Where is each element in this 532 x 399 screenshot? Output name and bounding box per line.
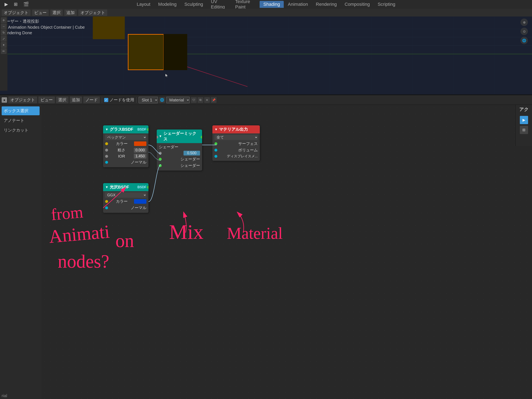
glass-color-row: カラー (105, 141, 146, 146)
viewport-3d[interactable]: ▶ ⊞ 🎬 Layout Modeling Sculpting UV Editi… (0, 0, 532, 95)
matout-all-select[interactable]: 全て (215, 135, 258, 140)
tab-animation[interactable]: Animation (284, 1, 312, 8)
mix-shader-body: シェーダー 0.500 シェーダー シェーダー (157, 143, 202, 171)
cube-selected (128, 34, 164, 70)
tab-layout[interactable]: Layout (133, 1, 154, 8)
zoom-icon[interactable]: ⊙ (520, 28, 528, 35)
glossy-color-swatch[interactable] (134, 199, 146, 204)
glossy-distribution-select[interactable]: GGX (105, 192, 146, 198)
glossy-normal-socket[interactable] (105, 206, 108, 209)
view-menu[interactable]: ビュー (32, 9, 49, 16)
ne-view-btn[interactable]: ビュー (38, 96, 55, 103)
close-icon[interactable]: ✕ (204, 97, 210, 103)
menu-icon-3[interactable]: 🎬 (21, 1, 31, 7)
node-glass-bsdf[interactable]: ▼ グラスBSDF BSDF ベックマン カラー (103, 125, 148, 167)
tab-rendering[interactable]: Rendering (312, 1, 341, 8)
camera-icon[interactable]: 🌐 (520, 37, 528, 44)
glass-color-socket[interactable] (105, 142, 108, 145)
tab-sculpting[interactable]: Sculpting (181, 1, 207, 8)
glossy-subtitle: BSDF (137, 185, 146, 189)
mode-dropdown[interactable]: オブジェクト (2, 9, 31, 16)
mix-collapse-icon[interactable]: ▼ (159, 134, 162, 138)
material-icons: 🛡 ⧉ ✕ 📌 (191, 97, 216, 103)
lt-annotate[interactable]: ✏ (1, 48, 6, 54)
mix-shader2-socket[interactable] (159, 164, 162, 167)
sidebar-annotate[interactable]: アノテート (2, 116, 40, 125)
add-menu[interactable]: 追加 (64, 9, 77, 16)
sidebar-box-select[interactable]: ボックス選択 (2, 106, 40, 115)
ne-object-btn[interactable]: オブジェクト (8, 96, 37, 103)
node-editor-mode-icon[interactable]: ■ (2, 97, 7, 103)
lt-transform[interactable]: ✦ (1, 42, 6, 48)
glossy-body: GGX カラー ノーマル (103, 191, 148, 213)
glass-bsdf-title: グラスBSDF (110, 127, 133, 132)
glass-ior-value[interactable]: 1.450 (134, 154, 146, 158)
right-panel-icon2[interactable]: ⊞ (520, 126, 528, 134)
mix-shader-output[interactable] (201, 136, 202, 139)
matout-volume-row: ボリューム (215, 147, 258, 153)
lt-rotate[interactable]: ↻ (1, 30, 6, 35)
glossy-output[interactable] (147, 186, 148, 189)
matout-surface-row: サーフェス (215, 141, 258, 146)
tab-compositing[interactable]: Compositing (341, 1, 374, 8)
glass-collapse-icon[interactable]: ▼ (105, 128, 108, 131)
glass-ior-row: IOR 1.450 (105, 154, 146, 158)
node-sidebar: ボックス選択 アノテート リンクカット (0, 105, 41, 399)
glass-roughness-value[interactable]: 0.000 (134, 148, 146, 152)
select-menu[interactable]: 選択 (50, 9, 63, 16)
viewport-overlay: ユーザー・透視投影 (1) Animation Nodes Object Con… (2, 19, 85, 36)
glass-ior-socket[interactable] (105, 155, 108, 158)
right-panel-icon1[interactable]: ▶ (520, 116, 528, 124)
node-canvas[interactable]: ▼ グラスBSDF BSDF ベックマン カラー (41, 105, 532, 399)
glossy-color-row: カラー (105, 199, 146, 204)
ne-node-btn[interactable]: ノード (83, 96, 100, 103)
pin-icon[interactable]: 📌 (211, 97, 216, 103)
node-glossy-bsdf[interactable]: ▼ 光沢BSDF BSDF GGX カラー (103, 183, 148, 213)
menu-icon-2[interactable]: ⊞ (11, 1, 20, 7)
node-material-output[interactable]: ▼ マテリアル出力 全て サーフェス ボリューム (212, 125, 260, 161)
camera-label: ユーザー・透視投影 (2, 19, 85, 24)
left-toolbar: ✛ ↔ ↻ ⤢ ✦ ✏ (0, 17, 7, 91)
shield-icon[interactable]: 🛡 (191, 97, 197, 103)
glass-distribution-select[interactable]: ベックマン (105, 135, 146, 140)
material-select[interactable]: Material (166, 97, 190, 103)
ne-add-btn[interactable]: 追加 (70, 96, 82, 103)
tab-shading[interactable]: Shading (260, 1, 284, 8)
lt-move[interactable]: ↔ (1, 24, 6, 29)
lt-cursor[interactable]: ✛ (1, 17, 6, 23)
mix-fac-value[interactable]: 0.500 (184, 151, 200, 155)
sidebar-link-cut[interactable]: リンクカット (2, 126, 40, 135)
glossy-collapse-icon[interactable]: ▼ (105, 185, 108, 189)
lt-scale[interactable]: ⤢ (1, 36, 6, 42)
object-menu[interactable]: オブジェクト (78, 9, 107, 16)
glossy-title: 光沢BSDF (110, 184, 129, 190)
use-nodes-toggle[interactable]: ✓ ノードを使用 (104, 97, 134, 103)
glass-bsdf-header: ▼ グラスBSDF BSDF (103, 125, 148, 133)
matout-body: 全て サーフェス ボリューム ディスプレイスメ... (212, 133, 260, 161)
mix-shader-out-row: シェーダー (159, 144, 200, 150)
tab-modeling[interactable]: Modeling (154, 1, 180, 8)
mix-fac-socket[interactable] (159, 152, 162, 155)
menu-icon-1[interactable]: ▶ (2, 1, 11, 7)
glass-roughness-socket[interactable] (105, 149, 108, 152)
ne-select-btn[interactable]: 選択 (56, 96, 69, 103)
mix-fac-socket-in[interactable] (157, 136, 158, 139)
mix-shader2-label: シェーダー (180, 163, 200, 168)
node-editor[interactable]: ■ オブジェクト ビュー 選択 追加 ノード ✓ ノードを使用 Slot 1 🌐… (0, 95, 532, 399)
glass-color-swatch[interactable] (134, 141, 146, 146)
glossy-color-socket[interactable] (105, 200, 108, 203)
mix-shader1-row: シェーダー (159, 157, 200, 162)
node-mix-shader[interactable]: ▼ シェーダーミックス シェーダー 0.500 (157, 129, 202, 171)
mix-shader1-socket[interactable] (159, 158, 162, 161)
copy-icon[interactable]: ⧉ (197, 97, 203, 103)
matout-volume-socket[interactable] (215, 149, 217, 152)
globe-icon[interactable]: 🌐 (159, 97, 165, 103)
matout-displacement-socket[interactable] (215, 155, 217, 158)
tab-scripting[interactable]: Scripting (374, 1, 399, 8)
matout-collapse-icon[interactable]: ▼ (215, 128, 218, 131)
matout-surface-socket[interactable] (215, 142, 217, 145)
glass-normal-socket[interactable] (105, 161, 108, 164)
glass-bsdf-output[interactable] (147, 128, 148, 131)
navigation-icon[interactable]: ⊕ (520, 19, 528, 26)
slot-select[interactable]: Slot 1 (139, 97, 158, 103)
